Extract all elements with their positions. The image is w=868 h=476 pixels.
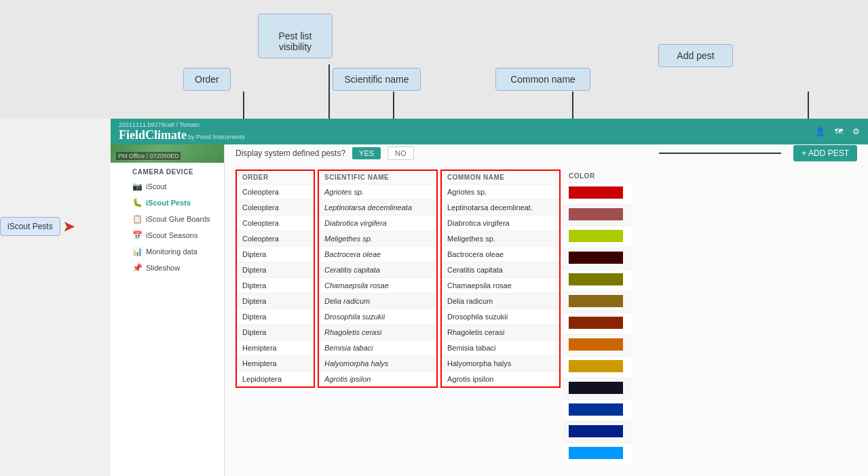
common-tooltip: Common name <box>495 68 590 91</box>
order-line <box>243 92 244 119</box>
order-tooltip: Order <box>183 68 231 91</box>
visibility-line <box>328 64 330 119</box>
visibility-tooltip: Pest list visibility <box>258 14 333 58</box>
common-line <box>572 92 573 119</box>
annotation-area: Order Pest list visibility Scientific na… <box>0 0 868 119</box>
scientific-tooltip: Scientific name <box>333 68 421 91</box>
addpest-tooltip: Add pest <box>658 44 733 67</box>
scientific-line <box>393 92 394 119</box>
addpest-line <box>808 92 809 119</box>
